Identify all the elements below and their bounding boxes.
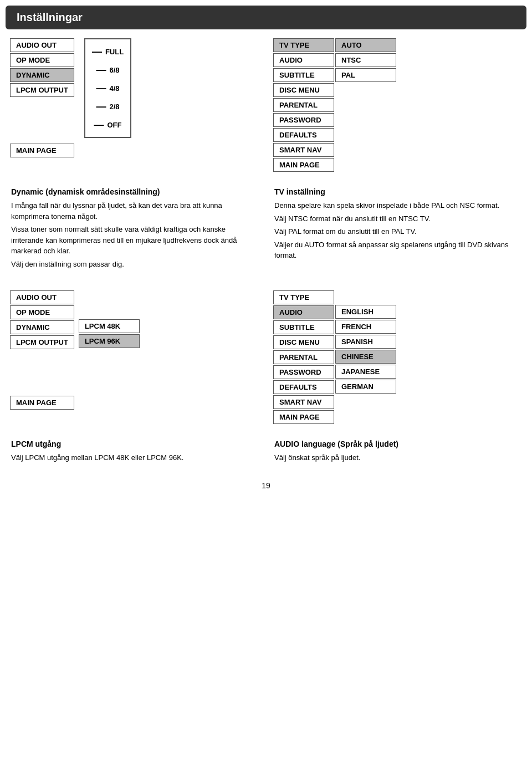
page-number-value: 19 (262, 481, 270, 490)
menu-item-main-page-right[interactable]: MAIN PAGE (273, 158, 334, 172)
slider-label-68: 6/8 (109, 66, 119, 74)
slider-label-48: 4/8 (109, 84, 119, 93)
top-right-panel: TV TYPE AUDIO SUBTITLE DISC MENU PARENTA… (269, 34, 526, 176)
menu-item-french[interactable]: FRENCH (335, 320, 396, 334)
slider-off: — OFF (94, 119, 122, 131)
menu-item-br-main-page[interactable]: MAIN PAGE (273, 410, 334, 424)
top-left-panel: AUDIO OUT OP MODE DYNAMIC LPCM OUTPUT MA… (6, 34, 263, 176)
menu-item-parental[interactable]: PARENTAL (273, 98, 334, 112)
menu-item-bl-audio-out[interactable]: AUDIO OUT (10, 290, 74, 304)
slider-panel: — FULL — 6/8 — 4/8 — 2/8 — OFF (84, 38, 131, 138)
top-right-right-menu: AUTO NTSC PAL (335, 38, 396, 82)
menu-item-pal[interactable]: PAL (335, 68, 396, 82)
menu-item-german[interactable]: GERMAN (335, 380, 396, 394)
top-right-desc-p4: Väljer du AUTO format så anpassar sig sp… (274, 239, 521, 261)
slider-2-8: — 2/8 (96, 101, 119, 113)
bottom-right-right-menu: ENGLISH FRENCH SPANISH CHINESE JAPANESE … (335, 305, 396, 394)
menu-item-spanish[interactable]: SPANISH (335, 335, 396, 349)
menu-item-audio-out[interactable]: AUDIO OUT (10, 38, 74, 52)
menu-item-lpcm-48k[interactable]: LPCM 48K (79, 319, 140, 333)
menu-item-br-defaults[interactable]: DEFAULTS (273, 380, 334, 394)
top-left-desc-title: Dynamic (dynamisk områdesinställning) (11, 186, 258, 198)
top-right-desc-p1: Denna spelare kan spela skivor inspelade… (274, 200, 521, 211)
menu-item-bl-lpcm-output[interactable]: LPCM OUTPUT (10, 335, 74, 349)
slider-4-8: — 4/8 (96, 83, 119, 94)
bottom-left-desc-text: Välj LPCM utgång mellan LPCM 48K eller L… (11, 452, 258, 463)
bottom-right-desc-title: AUDIO language (Språk på ljudet) (274, 438, 521, 450)
menu-item-english[interactable]: ENGLISH (335, 305, 396, 319)
top-right-description: TV inställning Denna spelare kan spela s… (269, 182, 526, 276)
top-right-desc-title: TV inställning (274, 186, 521, 198)
menu-item-br-password[interactable]: PASSWORD (273, 365, 334, 379)
slider-label-28: 2/8 (109, 103, 119, 111)
menu-item-tv-type[interactable]: TV TYPE (273, 38, 334, 52)
bottom-right-panel: TV TYPE AUDIO SUBTITLE DISC MENU PARENTA… (269, 286, 526, 428)
menu-item-lpcm-96k[interactable]: LPCM 96K (79, 334, 140, 348)
menu-item-br-audio[interactable]: AUDIO (273, 305, 334, 319)
menu-item-br-subtitle[interactable]: SUBTITLE (273, 320, 334, 334)
slider-full: — FULL (92, 46, 124, 58)
menu-item-br-disc-menu[interactable]: DISC MENU (273, 335, 334, 349)
menu-item-main-page[interactable]: MAIN PAGE (10, 144, 74, 157)
page-title: Inställningar (17, 11, 83, 23)
menu-item-audio[interactable]: AUDIO (273, 53, 334, 67)
top-left-desc-p2: Vissa toner som normalt sätt skulle vara… (11, 224, 258, 257)
slider-6-8: — 6/8 (96, 64, 119, 76)
bottom-left-desc-title: LPCM utgång (11, 438, 258, 450)
top-right-desc-p2: Välj NTSC format när du anslutit till en… (274, 213, 521, 224)
top-left-menu: AUDIO OUT OP MODE DYNAMIC LPCM OUTPUT MA… (10, 38, 74, 157)
menu-item-bl-dynamic[interactable]: DYNAMIC (10, 320, 74, 334)
menu-item-disc-menu[interactable]: DISC MENU (273, 83, 334, 97)
menu-item-japanese[interactable]: JAPANESE (335, 365, 396, 379)
bottom-right-desc-text: Välj önskat språk på ljudet. (274, 452, 521, 463)
menu-item-subtitle[interactable]: SUBTITLE (273, 68, 334, 82)
page-header: Inställningar (6, 6, 526, 29)
menu-item-op-mode[interactable]: OP MODE (10, 53, 74, 67)
menu-item-defaults[interactable]: DEFAULTS (273, 128, 334, 142)
bottom-left-right-menu: LPCM 48K LPCM 96K (79, 319, 140, 348)
slider-label-off: OFF (108, 121, 122, 129)
bottom-left-panel: AUDIO OUT OP MODE DYNAMIC LPCM OUTPUT MA… (6, 286, 263, 428)
menu-item-lpcm-output[interactable]: LPCM OUTPUT (10, 83, 74, 97)
menu-item-bl-main-page[interactable]: MAIN PAGE (10, 396, 74, 410)
top-left-desc-p1: I många fall när du lyssnar på ljudet, s… (11, 200, 258, 222)
bottom-left-description: LPCM utgång Välj LPCM utgång mellan LPCM… (6, 434, 263, 470)
menu-item-password[interactable]: PASSWORD (273, 113, 334, 127)
menu-item-br-parental[interactable]: PARENTAL (273, 350, 334, 364)
top-right-desc-p3: Välj PAL format om du anslutit till en P… (274, 226, 521, 237)
menu-item-chinese[interactable]: CHINESE (335, 350, 396, 364)
bottom-right-description: AUDIO language (Språk på ljudet) Välj ön… (269, 434, 526, 470)
bottom-right-left-menu: TV TYPE AUDIO SUBTITLE DISC MENU PARENTA… (273, 290, 334, 424)
bottom-left-menu: AUDIO OUT OP MODE DYNAMIC LPCM OUTPUT MA… (10, 290, 74, 410)
menu-item-br-tv-type[interactable]: TV TYPE (273, 290, 334, 304)
menu-item-br-smart-nav[interactable]: SMART NAV (273, 395, 334, 409)
slider-label-full: FULL (105, 48, 124, 56)
menu-item-ntsc[interactable]: NTSC (335, 53, 396, 67)
menu-item-bl-op-mode[interactable]: OP MODE (10, 305, 74, 319)
top-right-left-menu: TV TYPE AUDIO SUBTITLE DISC MENU PARENTA… (273, 38, 334, 172)
top-left-desc-p3: Välj den inställning som passar dig. (11, 259, 258, 270)
menu-item-auto[interactable]: AUTO (335, 38, 396, 52)
page-number: 19 (0, 476, 532, 496)
menu-item-smart-nav[interactable]: SMART NAV (273, 143, 334, 157)
menu-item-dynamic[interactable]: DYNAMIC (10, 68, 74, 82)
top-left-description: Dynamic (dynamisk områdesinställning) I … (6, 182, 263, 276)
